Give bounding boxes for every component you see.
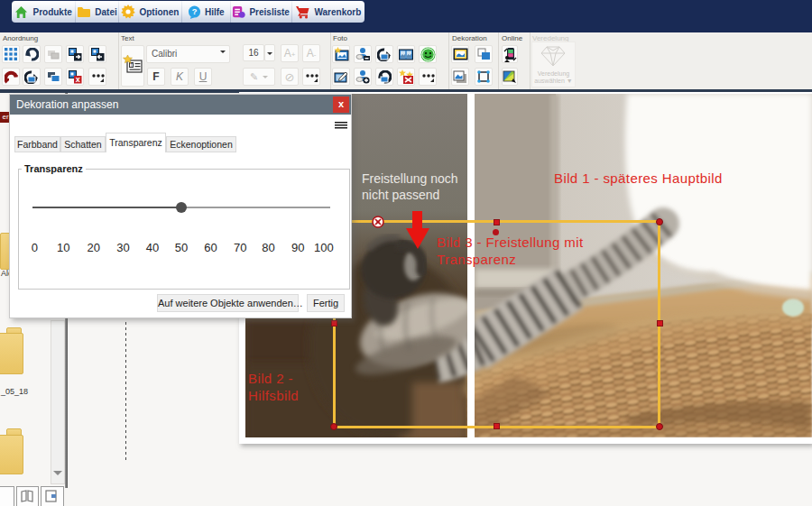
- svg-text:x: x: [75, 75, 79, 84]
- svg-text:?: ?: [192, 7, 198, 16]
